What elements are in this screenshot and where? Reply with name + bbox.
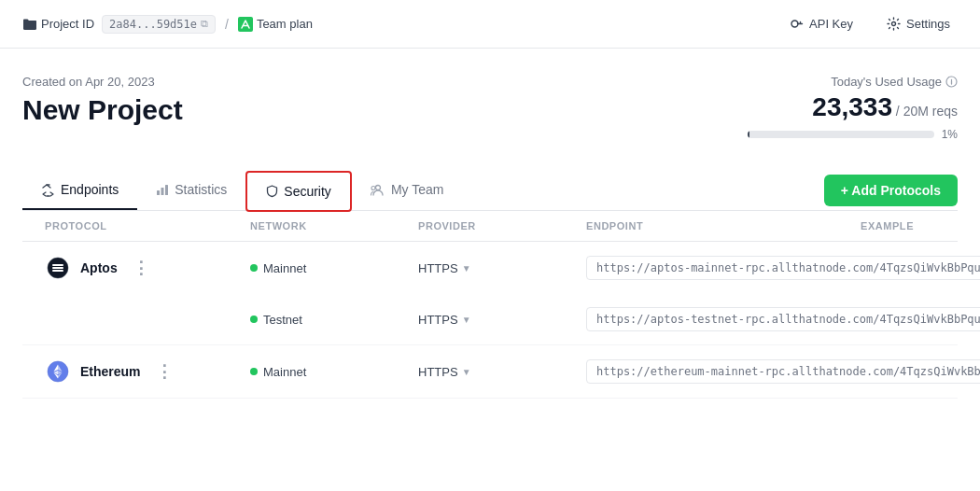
project-meta: Created on Apr 20, 2023 New Project	[22, 75, 183, 126]
usage-label: Today's Used Usage	[748, 75, 958, 89]
tab-statistics-label: Statistics	[175, 182, 227, 197]
chevron-down-icon: ▼	[462, 367, 471, 377]
aptos-icon	[45, 255, 71, 281]
table-section: PROTOCOL NETWORK PROVIDER ENDPOINT EXAMP…	[22, 211, 958, 399]
svg-rect-13	[52, 270, 63, 272]
network-cell: Testnet	[250, 313, 418, 327]
provider-cell[interactable]: HTTPS ▼	[418, 313, 586, 327]
svg-point-9	[371, 186, 375, 189]
add-protocols-button[interactable]: + Add Protocols	[824, 175, 958, 206]
col-protocol: PROTOCOL	[45, 220, 250, 231]
tab-statistics[interactable]: Statistics	[137, 171, 245, 210]
network-cell: Mainnet	[250, 365, 418, 379]
endpoint-value: https://aptos-mainnet-rpc.allthatnode.co…	[586, 256, 980, 280]
team-plan-icon	[238, 17, 253, 32]
project-id-badge[interactable]: 2a84...59d51e ⧉	[102, 15, 216, 34]
project-header: Created on Apr 20, 2023 New Project Toda…	[22, 75, 958, 141]
endpoint-cell: https://aptos-mainnet-rpc.allthatnode.co…	[586, 256, 980, 280]
protocol-cell-ethereum: Ethereum ⋮	[45, 358, 250, 385]
protocol-group-aptos: Aptos ⋮ Mainnet HTTPS ▼ https://aptos-ma…	[22, 242, 958, 345]
chevron-down-icon: ▼	[462, 315, 471, 325]
folder-icon	[22, 17, 37, 32]
protocol-cell-aptos: Aptos ⋮	[45, 255, 250, 281]
topbar-right: API Key Settings	[782, 13, 958, 35]
security-icon	[266, 185, 278, 198]
chevron-down-icon: ▼	[462, 263, 471, 274]
statistics-icon	[156, 183, 169, 196]
table-row: Aptos ⋮ Mainnet HTTPS ▼ https://aptos-ma…	[22, 242, 958, 294]
topbar-left: Project ID 2a84...59d51e ⧉ / Team plan	[22, 15, 782, 34]
col-example: EXAMPLE	[861, 220, 935, 231]
network-status-dot	[250, 368, 258, 375]
endpoint-cell: https://aptos-testnet-rpc.allthatnode.co…	[586, 307, 980, 331]
copy-icon[interactable]: ⧉	[201, 18, 208, 30]
usage-count-line: 23,333 / 20M reqs	[748, 92, 958, 122]
tab-endpoints[interactable]: Endpoints	[22, 171, 137, 210]
protocol-group-ethereum: Ethereum ⋮ Mainnet HTTPS ▼ https://ether…	[22, 345, 958, 399]
svg-rect-1	[238, 17, 253, 32]
svg-point-3	[892, 22, 896, 26]
info-icon	[945, 76, 958, 88]
breadcrumb-sep: /	[225, 17, 229, 32]
svg-rect-5	[157, 190, 160, 195]
svg-rect-6	[161, 188, 164, 195]
settings-button[interactable]: Settings	[879, 13, 958, 35]
main-content: Created on Apr 20, 2023 New Project Toda…	[0, 49, 980, 399]
network-cell: Mainnet	[250, 261, 418, 275]
created-date: Created on Apr 20, 2023	[22, 75, 183, 89]
table-row: Ethereum ⋮ Mainnet HTTPS ▼ https://ether…	[22, 345, 958, 398]
usage-bar-fill	[748, 131, 749, 138]
svg-rect-11	[52, 264, 63, 266]
network-status-dot	[250, 316, 258, 323]
ethereum-more-btn[interactable]: ⋮	[150, 361, 178, 382]
endpoint-value: https://aptos-testnet-rpc.allthatnode.co…	[586, 307, 980, 331]
table-row: Testnet HTTPS ▼ https://aptos-testnet-rp…	[22, 294, 958, 344]
api-key-button[interactable]: API Key	[782, 13, 861, 35]
tab-myteam[interactable]: My Team	[352, 171, 463, 210]
svg-point-8	[375, 185, 380, 189]
provider-cell[interactable]: HTTPS ▼	[418, 365, 586, 379]
project-id-label: Project ID	[22, 17, 94, 32]
tab-endpoints-label: Endpoints	[61, 182, 119, 197]
tab-list: Endpoints Statistics Security	[22, 171, 809, 210]
endpoints-icon	[41, 183, 55, 197]
provider-cell[interactable]: HTTPS ▼	[418, 261, 586, 275]
gear-icon	[887, 17, 901, 31]
topbar: Project ID 2a84...59d51e ⧉ / Team plan A…	[0, 0, 980, 49]
col-provider: PROVIDER	[418, 220, 586, 231]
tabs-bar: Endpoints Statistics Security	[22, 171, 958, 211]
project-title: New Project	[22, 94, 183, 126]
col-endpoint: ENDPOINT	[586, 220, 861, 231]
svg-rect-12	[52, 267, 63, 269]
usage-bar	[748, 131, 934, 138]
ethereum-icon	[45, 358, 71, 385]
usage-pct: 1%	[942, 128, 958, 141]
team-plan-link[interactable]: Team plan	[238, 17, 313, 32]
key-icon	[790, 17, 804, 31]
table-header: PROTOCOL NETWORK PROVIDER ENDPOINT EXAMP…	[22, 211, 958, 242]
col-network: NETWORK	[250, 220, 418, 231]
network-status-dot	[250, 264, 258, 272]
usage-bar-container: 1%	[748, 128, 958, 141]
endpoint-value: https://ethereum-mainnet-rpc.allthatnode…	[586, 359, 980, 384]
endpoint-cell: https://ethereum-mainnet-rpc.allthatnode…	[586, 359, 980, 384]
tab-myteam-label: My Team	[391, 182, 444, 197]
svg-rect-7	[165, 185, 168, 195]
aptos-more-btn[interactable]: ⋮	[127, 258, 155, 278]
team-icon	[371, 184, 385, 196]
tab-security-label: Security	[284, 184, 331, 199]
usage-panel: Today's Used Usage 23,333 / 20M reqs 1%	[748, 75, 958, 141]
tab-security[interactable]: Security	[245, 171, 352, 212]
